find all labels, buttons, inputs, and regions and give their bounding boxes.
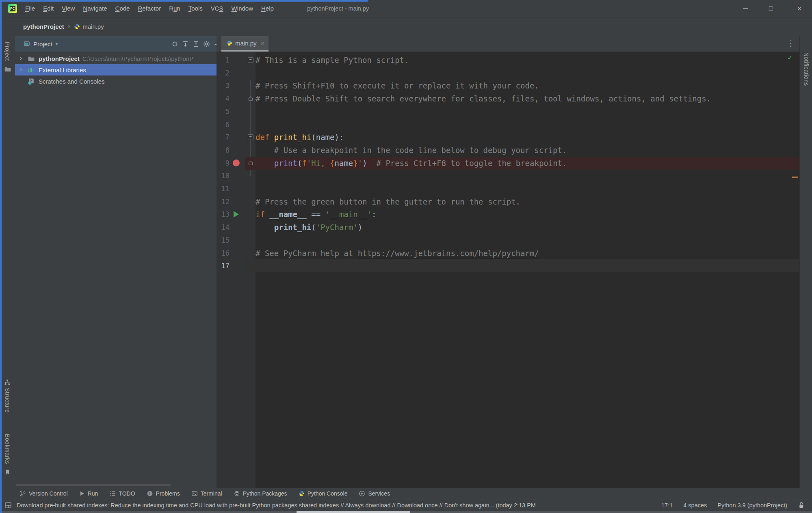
menu-edit[interactable]: Edit xyxy=(39,0,58,17)
status-right: 17:1 4 spaces Python 3.9 (pythonProject) xyxy=(661,502,805,509)
breadcrumb-project[interactable]: pythonProject xyxy=(23,23,64,30)
toolbar-item-label: Terminal xyxy=(201,490,222,497)
breakpoint-icon[interactable] xyxy=(232,157,240,170)
menu-refactor[interactable]: Refactor xyxy=(134,0,165,17)
tool-stripe-bookmarks[interactable]: Bookmarks xyxy=(0,434,15,475)
toolbar-services[interactable]: Services xyxy=(359,490,390,497)
main-area: Project Structure Bookmarks Project ▾ xyxy=(0,36,812,488)
fold-collapse-icon[interactable]: − xyxy=(247,131,254,144)
tree-item-scratches-and-consoles[interactable]: Scratches and Consoles xyxy=(15,75,217,87)
code-line-5[interactable]: 5 xyxy=(217,105,799,118)
menu-tools[interactable]: Tools xyxy=(184,0,207,17)
vcs-icon xyxy=(19,490,26,497)
code-line-16[interactable]: 16# See PyCharm help at https://www.jetb… xyxy=(217,247,799,260)
code-text: if __name__ == '__main__': xyxy=(256,208,376,221)
code-text: # Press Double Shift to search everywher… xyxy=(256,92,711,105)
code-line-1[interactable]: 1−# This is a sample Python script. xyxy=(217,54,799,67)
python-interpreter[interactable]: Python 3.9 (pythonProject) xyxy=(717,502,787,509)
collapse-all-icon[interactable] xyxy=(191,39,201,49)
fold-collapse-icon[interactable]: − xyxy=(247,54,254,67)
status-message[interactable]: Download pre-built shared indexes: Reduc… xyxy=(17,502,536,509)
menu-window[interactable]: Window xyxy=(227,0,257,17)
locate-file-icon[interactable] xyxy=(169,39,180,49)
code-line-8[interactable]: 8 # Use a breakpoint in the code line be… xyxy=(217,144,799,157)
close-button[interactable]: × xyxy=(787,0,812,17)
status-bar: Download pre-built shared indexes: Reduc… xyxy=(0,499,812,511)
toolbar-run[interactable]: Run xyxy=(79,490,98,497)
tool-stripe-structure[interactable]: Structure xyxy=(0,379,15,414)
breadcrumb-file[interactable]: main.py xyxy=(74,23,104,30)
fold-end-icon[interactable] xyxy=(247,92,254,105)
toolbar-todo[interactable]: TODO xyxy=(109,490,135,497)
services-icon xyxy=(359,490,365,497)
menu-code[interactable]: Code xyxy=(111,0,134,17)
code-line-12[interactable]: 12# Press the green button in the gutter… xyxy=(217,195,799,208)
structure-icon xyxy=(0,379,15,386)
menu-view[interactable]: View xyxy=(58,0,79,17)
project-tool-window: Project ▾ ─ pythonProjectC:\Users\nturn\… xyxy=(15,36,217,488)
right-tool-stripe: Notifications xyxy=(799,36,812,488)
menu-file[interactable]: File xyxy=(21,0,39,17)
code-line-7[interactable]: 7−def print_hi(name): xyxy=(217,131,799,144)
tab-main-py[interactable]: main.py × xyxy=(221,36,269,52)
maximize-button[interactable]: □ xyxy=(762,0,780,17)
panel-settings-gear-icon[interactable] xyxy=(201,39,212,49)
code-line-14[interactable]: 14 print_hi('PyCharm') xyxy=(217,221,799,234)
tab-close-icon[interactable]: × xyxy=(261,39,265,47)
indent-setting[interactable]: 4 spaces xyxy=(683,502,707,509)
code-line-13[interactable]: 13if __name__ == '__main__': xyxy=(217,208,799,221)
run-line-icon[interactable] xyxy=(232,208,240,221)
chevron-right-icon[interactable] xyxy=(18,56,24,61)
tool-window-switcher-icon[interactable] xyxy=(5,502,12,509)
tree-item-label: External Libraries xyxy=(39,67,86,73)
tree-item-external-libraries[interactable]: External Libraries xyxy=(15,64,217,75)
toolbar-problems[interactable]: Problems xyxy=(147,490,180,497)
code-line-11[interactable]: 11 xyxy=(217,182,799,195)
panel-horizontal-scrollbar[interactable] xyxy=(16,484,171,486)
caret-position[interactable]: 17:1 xyxy=(661,502,673,509)
folder-icon xyxy=(0,66,15,73)
code-line-9[interactable]: 9 print(f'Hi, {name}') # Press Ctrl+F8 t… xyxy=(217,157,799,170)
code-line-3[interactable]: 3# Press Shift+F10 to execute it or repl… xyxy=(217,79,799,92)
toolbar-version-control[interactable]: Version Control xyxy=(19,490,68,497)
menu-navigate[interactable]: Navigate xyxy=(79,0,111,17)
minimize-button[interactable]: ─ xyxy=(736,0,755,17)
menu-help[interactable]: Help xyxy=(257,0,278,17)
toolbar-terminal[interactable]: Terminal xyxy=(191,490,222,497)
menu-vcs[interactable]: VCS xyxy=(207,0,227,17)
tool-window-bar: Version ControlRunTODOProblemsTerminalPy… xyxy=(0,488,812,499)
menu-run[interactable]: Run xyxy=(165,0,184,17)
problems-icon xyxy=(147,490,153,497)
line-number: 7 xyxy=(217,131,230,144)
line-number: 9 xyxy=(217,157,230,170)
pycharm-window: PC FileEditViewNavigateCodeRefactorRunTo… xyxy=(0,0,812,513)
fold-end-icon[interactable] xyxy=(247,157,254,170)
lock-icon[interactable] xyxy=(798,502,805,509)
code-line-15[interactable]: 15 xyxy=(217,234,799,247)
chevron-right-icon[interactable] xyxy=(18,67,24,72)
tree-item-pythonproject[interactable]: pythonProjectC:\Users\nturn\PycharmProje… xyxy=(15,53,217,64)
code-line-6[interactable]: 6 xyxy=(217,118,799,131)
tool-stripe-notifications[interactable]: Notifications xyxy=(803,52,810,86)
tool-stripe-project[interactable]: Project xyxy=(0,42,15,73)
toolbar-python-console[interactable]: Python Console xyxy=(299,490,348,497)
project-panel-title[interactable]: Project ▾ xyxy=(24,41,58,47)
toolbar-python-packages[interactable]: Python Packages xyxy=(234,490,287,497)
line-number: 1 xyxy=(217,54,230,67)
code-line-10[interactable]: 10 xyxy=(217,169,799,182)
editor-tab-bar: main.py × ⋮ xyxy=(217,36,799,52)
navigation-bar: pythonProject › main.py ▾ main ▾ xyxy=(0,17,812,36)
code-text: def print_hi(name): xyxy=(256,131,344,144)
tab-options-icon[interactable]: ⋮ xyxy=(786,39,796,48)
code-text: # Use a breakpoint in the code line belo… xyxy=(256,144,567,157)
code-line-17[interactable]: 17 xyxy=(217,259,799,272)
expand-all-icon[interactable] xyxy=(180,39,191,49)
code-editor[interactable]: 1−# This is a sample Python script.23# P… xyxy=(217,52,799,488)
bookmark-icon xyxy=(0,469,15,475)
code-line-4[interactable]: 4# Press Double Shift to search everywhe… xyxy=(217,92,799,105)
toolbar-item-label: Python Packages xyxy=(243,490,287,497)
project-panel-header: Project ▾ ─ xyxy=(15,36,217,52)
code-line-2[interactable]: 2 xyxy=(217,67,799,80)
tree-item-path: C:\Users\nturn\PycharmProjects\pythonP xyxy=(82,55,193,62)
scrollbar-breakpoint-mark[interactable] xyxy=(792,177,798,178)
